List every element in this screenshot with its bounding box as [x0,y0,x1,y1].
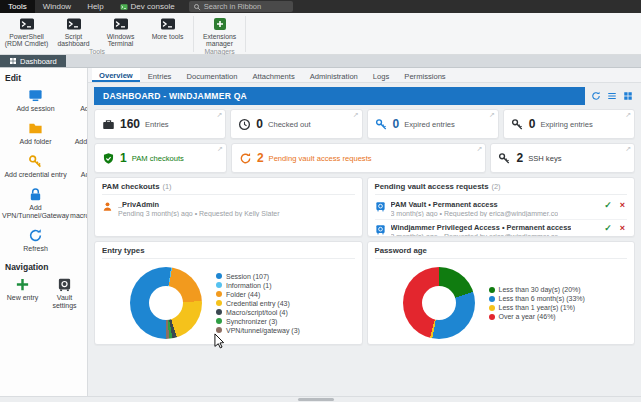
dashboard-actions [591,91,635,101]
dashboard-window-tab[interactable]: Dashboard [0,55,66,67]
sidebar-edit-grid: Add sessionAdd websiteAdd folderAdd info… [2,88,85,253]
deny-icon[interactable]: × [620,201,625,210]
vault-icon [375,201,386,212]
stat-label: Expired entries [404,120,455,129]
legend-dot [489,305,495,311]
grid-view-icon[interactable] [623,91,633,101]
approve-icon[interactable]: ✓ [604,224,612,233]
search-icon [193,3,201,11]
horizontal-scrollbar[interactable] [0,396,641,402]
sidebar-item-add-macro-scripts-tools[interactable]: Add macro/scripts/tools [70,187,88,220]
sidebar-item-add-website[interactable]: Add website [70,88,88,113]
menu-help[interactable]: Help [79,0,111,13]
legend-item-less-than-1-year-s: Less than 1 year(s) (1%) [489,304,585,311]
ribbon-group-tools: PowerShell (RDM Cmdlet)Script dashboardW… [3,14,191,54]
stat-card-ssh-keys[interactable]: 2SSH keys↗ [490,143,635,173]
stat-card-checked-out[interactable]: 0Checked out↗ [230,109,362,139]
stat-value: 2 [257,151,264,165]
stat-label: SSH keys [528,154,561,163]
menu-bar: ToolsWindowHelpDev console [0,0,183,13]
powershell-icon [19,16,35,32]
password-age-donut [403,267,475,339]
expand-icon[interactable]: ↗ [625,111,631,119]
expand-icon[interactable]: ↗ [489,111,495,119]
pam-checkout-item[interactable]: _PrivAdminPending 3 month(s) ago • Reque… [102,197,355,219]
document-tabs: OverviewEntriesDocumentationAttachmentsA… [88,68,641,83]
pam-checkouts-panel: PAM checkouts (1) _PrivAdminPending 3 mo… [94,177,363,237]
pending-requests-count: (2) [491,182,500,191]
ribbon-group-separator [193,16,194,52]
sidebar-item-add-contact[interactable]: Add contact [70,154,88,179]
expand-icon[interactable]: ↗ [625,145,631,153]
legend-item-macro-script-tool: Macro/script/tool (4) [216,309,300,316]
pending-request-item[interactable]: Windjammer Privileged Access • Permanent… [375,219,628,237]
tab-logs[interactable]: Logs [366,68,396,82]
monitor-icon [28,88,43,103]
key-icon [28,154,43,169]
expand-icon[interactable]: ↗ [477,145,483,153]
expand-icon[interactable]: ↗ [217,145,223,153]
list-icon[interactable] [607,91,617,101]
tab-permissions[interactable]: Permissions [397,68,452,82]
approve-icon[interactable]: ✓ [604,201,612,210]
more-tools-icon [160,16,176,32]
legend-dot [489,314,495,320]
charts-row: Entry types Session (107)Information (1)… [94,241,635,345]
window-tabstrip: Dashboard [0,55,641,68]
sidebar-edit-header: Edit [5,73,85,83]
script-icon [66,16,82,32]
legend-item-folder: Folder (44) [216,291,300,298]
menu-tools[interactable]: Tools [0,0,35,13]
sidebar-item-add-vpn-tunnel-gateway[interactable]: Add VPN/Tunnel/Gateway [2,187,69,220]
pam-checkouts-title: PAM checkouts [102,182,159,191]
dashboard-title: DASHBOARD - WINDJAMMER QA [94,87,585,105]
vault-icon [375,224,386,235]
entry-types-donut [130,267,202,339]
stat-card-entries[interactable]: 160Entries↗ [94,109,226,139]
ribbon-search-input[interactable]: Search in Ribbon [189,1,293,12]
scrollbar-thumb[interactable] [298,398,334,401]
key-icon [498,152,511,165]
sidebar-item-add-session[interactable]: Add session [2,88,69,113]
sidebar-item-vault-settings[interactable]: Vault settings [44,277,85,310]
deny-icon[interactable]: × [620,224,625,233]
menu-window[interactable]: Window [35,0,79,13]
tab-administration[interactable]: Administration [303,68,365,82]
stat-value: 0 [256,117,263,131]
legend-item-less-than-6-month-s: Less than 6 month(s) (33%) [489,295,585,302]
sidebar-item-add-folder[interactable]: Add folder [2,121,69,146]
stat-card-pam-checkouts[interactable]: 1PAM checkouts↗ [94,143,227,173]
ribbon-button-extensions-manager[interactable]: Extensions manager [196,14,243,48]
sidebar-item-refresh[interactable]: Refresh [2,228,69,253]
stat-card-pending-vault-access-requests[interactable]: 2Pending vault access requests↗ [231,143,487,173]
ribbon-button-windows-terminal[interactable]: Windows Terminal [97,14,144,48]
ribbon-button-more-tools[interactable]: More tools [144,14,191,48]
tab-documentation[interactable]: Documentation [179,68,244,82]
refresh-icon[interactable] [591,91,601,101]
sidebar-item-new-entry[interactable]: New entry [2,277,43,310]
menu-dev-console[interactable]: Dev console [112,0,183,13]
stat-card-expiring-entries[interactable]: 0Expiring entries↗ [503,109,635,139]
expand-icon[interactable]: ↗ [216,111,222,119]
tab-attachments[interactable]: Attachments [246,68,302,82]
sidebar-navigation-header: Navigation [5,262,85,272]
pending-request-item[interactable]: PAM Vault • Permanent access3 month(s) a… [375,197,628,219]
sidebar-nav-grid: New entryVault settings [2,277,85,310]
ribbon-button-script-dashboard[interactable]: Script dashboard [50,14,97,48]
stat-value: 1 [120,151,127,165]
legend-dot [489,296,495,302]
sidebar-item-add-credential-entry[interactable]: Add credential entry [2,154,69,179]
extensions-icon [212,16,228,32]
sidebar-item-add-information[interactable]: Add information [70,121,88,146]
sidebar: Edit Add sessionAdd websiteAdd folderAdd… [0,68,88,396]
expand-icon[interactable]: ↗ [353,111,359,119]
tab-overview[interactable]: Overview [92,68,140,82]
clock-icon [238,118,251,131]
stat-value: 0 [393,117,400,131]
ribbon-button-powershell-rdm-cmdlet[interactable]: PowerShell (RDM Cmdlet) [3,14,50,48]
tab-entries[interactable]: Entries [141,68,179,82]
stats-row-2: 1PAM checkouts↗2Pending vault access req… [94,143,635,173]
stat-card-expired-entries[interactable]: 0Expired entries↗ [367,109,499,139]
legend-dot [216,318,222,324]
shield-icon [102,152,115,165]
